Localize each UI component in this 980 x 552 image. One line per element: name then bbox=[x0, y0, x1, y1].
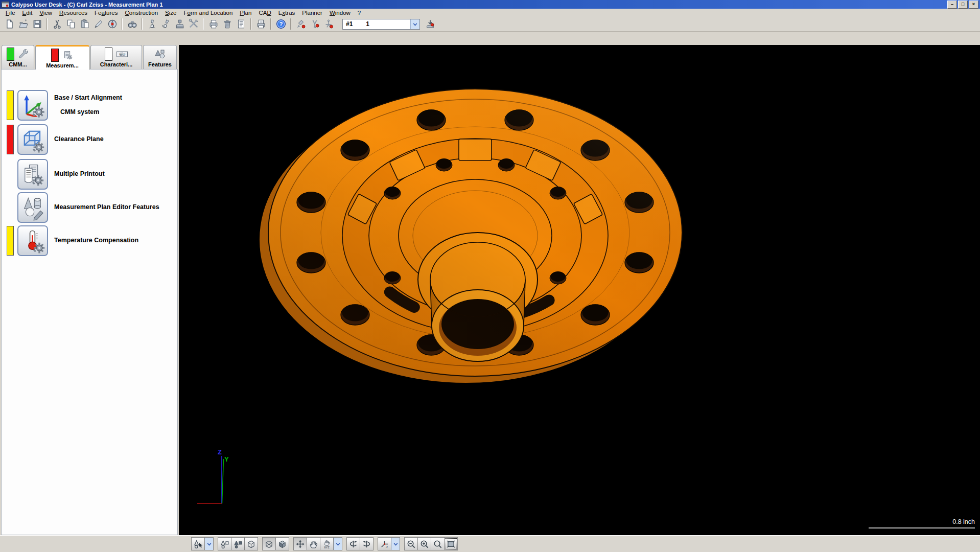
stylus-brush-icon bbox=[93, 18, 104, 30]
clearance-plane-icon[interactable] bbox=[17, 124, 48, 155]
delete-button[interactable] bbox=[220, 18, 234, 31]
menu-view[interactable]: View bbox=[36, 9, 56, 16]
cnc-start-button[interactable] bbox=[423, 18, 437, 31]
title-bar: Calypso User Desk - (C) Carl Zeiss - Mea… bbox=[0, 0, 980, 9]
temperature-icon[interactable] bbox=[17, 225, 48, 256]
sidebar-item-multiple-printout[interactable]: Multiple Printout bbox=[2, 159, 177, 190]
navigator-button[interactable] bbox=[105, 18, 119, 31]
close-button[interactable]: × bbox=[969, 1, 978, 9]
feature-pick-button[interactable] bbox=[191, 537, 205, 550]
minimize-button[interactable]: – bbox=[947, 1, 957, 9]
scissors-icon bbox=[52, 18, 63, 30]
copy-button[interactable] bbox=[64, 18, 78, 31]
view-wireframe-button[interactable] bbox=[262, 537, 276, 550]
save-button[interactable] bbox=[30, 18, 44, 31]
sidebar-item-temperature-compensation[interactable]: Temperature Compensation bbox=[2, 225, 177, 256]
tab-label: Characteri... bbox=[100, 61, 133, 67]
menu-construction[interactable]: Construction bbox=[122, 9, 162, 16]
menu-plan[interactable]: Plan bbox=[236, 9, 255, 16]
sidebar-item-plan-editor-features[interactable]: Measurement Plan Editor Features bbox=[2, 192, 177, 223]
new-measurement-plan-button[interactable] bbox=[3, 18, 16, 31]
item-label: Temperature Compensation bbox=[54, 237, 138, 244]
menu-resources[interactable]: Resources bbox=[56, 9, 91, 16]
stylus-system-edit-button[interactable] bbox=[294, 18, 308, 31]
cad-cube-button[interactable] bbox=[244, 537, 258, 550]
menu-?[interactable]: ? bbox=[354, 9, 364, 16]
help-button[interactable]: ? bbox=[274, 18, 288, 31]
print-preview-button[interactable] bbox=[254, 18, 268, 31]
menu-size[interactable]: Size bbox=[161, 9, 180, 16]
stylus-calibration-button[interactable] bbox=[91, 18, 105, 31]
features-solid-icon bbox=[233, 539, 243, 549]
tab-label: Features bbox=[148, 61, 172, 67]
status-chip bbox=[7, 48, 14, 61]
pan-dropdown[interactable] bbox=[333, 537, 342, 550]
stylus-change-icon bbox=[309, 18, 320, 30]
menu-window[interactable]: Window bbox=[326, 9, 354, 16]
zoom-fit-button[interactable] bbox=[444, 537, 458, 550]
stylus-system-combo[interactable]: #1 1 bbox=[342, 19, 420, 30]
wireframe-cube-icon bbox=[264, 539, 274, 549]
paste-button[interactable] bbox=[78, 18, 91, 31]
view-axis-neg-z-button[interactable]: -z bbox=[378, 537, 391, 550]
cad-viewport[interactable]: Z Y 0.8 inch bbox=[179, 45, 980, 535]
find-button[interactable] bbox=[125, 18, 139, 31]
pan-move-button[interactable] bbox=[293, 537, 307, 550]
cad-model[interactable] bbox=[259, 89, 682, 383]
axis-dropdown[interactable] bbox=[391, 537, 400, 550]
rotate-cw-button[interactable] bbox=[346, 537, 360, 550]
probe-requalification-button[interactable] bbox=[159, 18, 173, 31]
protocol-button[interactable] bbox=[234, 18, 248, 31]
help-icon: ? bbox=[275, 18, 287, 30]
feature-pick-dropdown[interactable] bbox=[204, 537, 214, 550]
tab-cmm[interactable]: CMM... bbox=[2, 45, 34, 69]
pan-hand-button[interactable] bbox=[307, 537, 320, 550]
zoom-out-button[interactable] bbox=[404, 537, 418, 550]
print-button[interactable] bbox=[206, 18, 220, 31]
tab-features[interactable]: Features bbox=[143, 45, 177, 69]
stylus-tree-button[interactable] bbox=[321, 18, 335, 31]
stylus-change-button[interactable] bbox=[308, 18, 321, 31]
rotate-ccw-button[interactable] bbox=[360, 537, 374, 550]
zoom-in-button[interactable] bbox=[417, 537, 431, 550]
plan-editor-features-icon[interactable] bbox=[17, 192, 48, 223]
cut-button[interactable] bbox=[50, 18, 64, 31]
menu-cad[interactable]: CAD bbox=[255, 9, 274, 16]
menu-features[interactable]: Features bbox=[91, 9, 121, 16]
svg-text:?: ? bbox=[279, 21, 283, 27]
menu-edit[interactable]: Edit bbox=[19, 9, 36, 16]
features-outline-icon bbox=[220, 539, 229, 549]
combo-dropdown-button[interactable] bbox=[410, 19, 419, 29]
scale-label: 0.8 inch bbox=[952, 518, 975, 525]
view-solid-button[interactable] bbox=[275, 537, 289, 550]
open-button[interactable] bbox=[16, 18, 30, 31]
stylus-tools-button[interactable] bbox=[186, 18, 200, 31]
app-icon bbox=[2, 2, 9, 8]
features-outline-button[interactable] bbox=[218, 537, 231, 550]
tab-label: CMM... bbox=[9, 61, 27, 67]
chevron-down-icon bbox=[335, 541, 341, 547]
zoom-window-button[interactable] bbox=[431, 537, 445, 550]
item-label: Multiple Printout bbox=[54, 170, 105, 177]
item-sublabel: CMM system bbox=[60, 108, 99, 116]
pan-hand-xyz-button[interactable]: XYZ bbox=[320, 537, 334, 550]
maximize-button[interactable]: □ bbox=[958, 1, 968, 9]
new-document-icon bbox=[4, 18, 15, 30]
alignment-icon[interactable] bbox=[17, 90, 48, 121]
menu-form-and-location[interactable]: Form and Location bbox=[180, 9, 236, 16]
tab-characteristics[interactable]: ⊕⌀ Characteri... bbox=[90, 45, 142, 69]
tab-measurement[interactable]: Measurem... bbox=[35, 45, 89, 70]
hand-xyz-icon: XYZ bbox=[322, 539, 332, 549]
menu-planner[interactable]: Planner bbox=[298, 9, 326, 16]
main-toolbar: ? #1 1 bbox=[0, 17, 980, 32]
status-chip bbox=[105, 48, 112, 61]
probe-qualification-button[interactable] bbox=[145, 18, 159, 31]
approve-stamp-button[interactable] bbox=[173, 18, 186, 31]
menu-extras[interactable]: Extras bbox=[275, 9, 299, 16]
sidebar-item-base-alignment[interactable]: Base / Start Alignment CMM system bbox=[2, 90, 177, 121]
sidebar-item-clearance-plane[interactable]: Clearance Plane bbox=[2, 124, 177, 155]
printout-icon[interactable] bbox=[17, 159, 48, 190]
features-solid-button[interactable] bbox=[231, 537, 245, 550]
open-folder-icon bbox=[18, 18, 29, 30]
menu-file[interactable]: File bbox=[2, 9, 19, 16]
